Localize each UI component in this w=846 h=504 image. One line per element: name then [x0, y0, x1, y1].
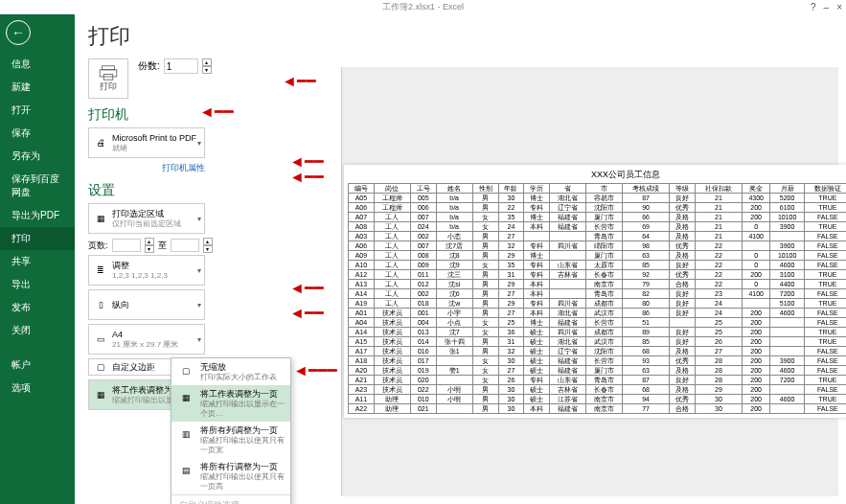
- table-row: A15技术员014张十四男31硕士湖北省武汉市85良好26200TRUE2023…: [349, 337, 847, 347]
- col-header: 月薪: [770, 184, 805, 194]
- nav-close[interactable]: 关闭: [0, 319, 75, 342]
- page-from-input[interactable]: [112, 239, 141, 252]
- nav-export-pdf[interactable]: 导出为PDF: [0, 204, 75, 227]
- print-scope-dropdown[interactable]: ▦ 打印选定区域仅打印当前选定区域 ▾: [88, 203, 205, 234]
- table-row: A21技术员020女26专科山东省青岛市87良好282007200TRUE202…: [349, 376, 847, 385]
- page-icon: ▭: [93, 332, 108, 347]
- table-row: A20技术员019赞1女27硕士福建省厦门市63及格282004600FALSE…: [349, 366, 847, 376]
- col-header: 岗位: [374, 184, 410, 194]
- scaling-menu: ▢ 无缩放打印实际大小的工作表 ▦ 将工作表调整为一页缩减打印输出以显示在一个页…: [171, 357, 291, 504]
- nav-open[interactable]: 打开: [0, 99, 75, 122]
- table-row: A11助理010小明男30硕士江苏省南京市94优秀302004600TRUE20…: [349, 395, 847, 404]
- svg-rect-1: [100, 69, 117, 76]
- table-row: A10工人009沈9女35专科山东省太原市85良好2204600FALSE202…: [349, 261, 847, 270]
- table-row: A19工人018沈w男29专科四川省成都市80良好245100TRUE2023/…: [349, 299, 847, 309]
- table-row: A08工人024b/a女24本科福建省长营市69及格2103900TRUE202…: [349, 222, 847, 232]
- table-row: A17技术员016张1男32硕士辽宁省沈阳市68及格27200FALSE2023…: [349, 347, 847, 356]
- nav-share[interactable]: 共享: [0, 250, 75, 273]
- preview-table: 编号岗位工号姓名性别年龄学历省市考核成绩等级社保扣款奖金月薪数据验证日期 A05…: [348, 183, 846, 414]
- svg-rect-0: [103, 65, 115, 69]
- printer-dropdown[interactable]: 🖨 Microsoft Print to PDF就绪 ▾: [88, 127, 205, 158]
- portrait-icon: ▯: [93, 297, 108, 312]
- nav-print[interactable]: 打印: [0, 227, 75, 250]
- fit-sheet-icon: ▦: [177, 389, 194, 406]
- nav-account[interactable]: 帐户: [0, 354, 75, 377]
- table-row: A03工人002小态男27青岛市64及格214100FALSE2023/6/2: [349, 232, 847, 241]
- table-row: A22助理021男30本科福建省南京市77合格30200FALSE2023/7/…: [349, 404, 847, 414]
- paper-size-dropdown[interactable]: ▭ A421 厘米 x 29.7 厘米 ▾: [88, 324, 205, 355]
- fit-cols-icon: ▥: [177, 425, 194, 443]
- col-header: 数据验证: [804, 184, 846, 194]
- printer-properties-link[interactable]: 打印机属性: [88, 162, 205, 174]
- fit-rows-icon: ▤: [177, 462, 194, 479]
- nav-savebaidu[interactable]: 保存到百度网盘: [0, 168, 75, 204]
- orientation-dropdown[interactable]: ▯ 纵向 ▾: [88, 289, 205, 320]
- table-row: A13工人012沈si男29本科南京市79合格2204400TRUE2023/7…: [349, 280, 847, 289]
- doc-title: 工作簿2.xlsx1 - Excel: [382, 1, 464, 13]
- table-row: A18技术员017女30硕士福建省长营市93优秀282003900FALSE20…: [349, 356, 847, 366]
- scaling-custom[interactable]: 自定义缩放选项…: [171, 494, 290, 504]
- copies-label: 份数:: [138, 59, 160, 73]
- col-header: 姓名: [436, 184, 472, 194]
- print-button[interactable]: 打印: [88, 58, 128, 99]
- print-preview: XXX公司员工信息 编号岗位工号姓名性别年龄学历省市考核成绩等级社保扣款奖金月薪…: [341, 67, 838, 496]
- sheet-title: XXX公司员工信息: [348, 169, 846, 181]
- back-button[interactable]: ←: [6, 20, 31, 45]
- page-to-input[interactable]: [171, 239, 199, 252]
- nav-save[interactable]: 保存: [0, 122, 75, 145]
- collate-dropdown[interactable]: ≣ 调整1,2,3 1,2,3 1,2,3 ▾: [88, 255, 205, 286]
- table-row: A23技术员022小明男30硕士吉林省长春市68及格29200FALSE2023…: [349, 385, 847, 395]
- nav-publish[interactable]: 发布: [0, 296, 75, 319]
- minimize-icon[interactable]: –: [824, 2, 830, 12]
- close-icon[interactable]: ×: [836, 2, 842, 12]
- col-header: 编号: [349, 184, 375, 194]
- chevron-down-icon: ▾: [197, 335, 201, 344]
- copies-input[interactable]: [164, 58, 198, 74]
- table-row: A12工人011沈三男31专科吉林省长春市92优秀222003100TRUE20…: [349, 270, 847, 280]
- col-header: 等级: [670, 184, 696, 194]
- col-header: 省: [550, 184, 586, 194]
- help-icon[interactable]: ?: [811, 2, 816, 12]
- table-row: A06工程师006b/a男22专科辽宁省沈阳市90优秀212006100TRUE…: [349, 203, 847, 213]
- chevron-down-icon: ▾: [197, 139, 201, 148]
- collate-icon: ≣: [93, 263, 108, 278]
- no-scale-icon: ▢: [177, 362, 194, 379]
- scaling-option-fit-sheet[interactable]: ▦ 将工作表调整为一页缩减打印输出以显示在一个页…: [171, 385, 290, 422]
- table-row: A14技术员013沈7女36硕士四川省成都市89良好25200TRUE2023/…: [349, 328, 847, 337]
- col-header: 年龄: [498, 184, 524, 194]
- scaling-option-fit-rows[interactable]: ▤ 将所有行调整为一页缩减打印输出以使其只有一页高: [171, 458, 290, 494]
- table-row: A07工人007b/a女35博士福建省厦门市66及格2120010100FALS…: [349, 213, 847, 222]
- nav-options[interactable]: 选项: [0, 377, 75, 400]
- printer-status-icon: 🖨: [93, 135, 108, 150]
- backstage-nav: ← 信息 新建 打开 保存 另存为 保存到百度网盘 导出为PDF 打印 共享 导…: [0, 14, 75, 504]
- pages-label: 页数:: [88, 240, 108, 252]
- col-header: 性别: [472, 184, 498, 194]
- nav-saveas[interactable]: 另存为: [0, 145, 75, 168]
- table-row: A04技术员004小点女25博士福建省长营市5125200FALSE2023/7…: [349, 318, 847, 328]
- col-header: 市: [586, 184, 623, 194]
- col-header: 工号: [410, 184, 436, 194]
- nav-info[interactable]: 信息: [0, 53, 75, 76]
- col-header: 考核成绩: [623, 184, 670, 194]
- chevron-down-icon: ▾: [197, 215, 201, 223]
- nav-export[interactable]: 导出: [0, 273, 75, 296]
- col-header: 社保扣款: [696, 184, 743, 194]
- page-title: 打印: [88, 22, 833, 51]
- col-header: 奖金: [743, 184, 770, 194]
- sheet-icon: ▦: [93, 211, 108, 226]
- scaling-option-none[interactable]: ▢ 无缩放打印实际大小的工作表: [171, 358, 290, 385]
- table-row: A09工人008沈8男29博士厦门市63及格22010100FALSE2023/…: [349, 251, 847, 261]
- col-header: 学历: [524, 184, 550, 194]
- chevron-down-icon: ▾: [197, 301, 201, 309]
- table-row: A01技术员001小宇男27本科湖北省武汉市86良好242004600FALSE…: [349, 309, 847, 318]
- chevron-down-icon: ▾: [197, 266, 201, 275]
- copies-spinner[interactable]: ▴▾: [202, 58, 212, 74]
- nav-new[interactable]: 新建: [0, 76, 75, 99]
- printer-icon: [99, 65, 118, 80]
- scaling-option-fit-cols[interactable]: ▥ 将所有列调整为一页缩减打印输出以使其只有一页宽: [171, 422, 290, 458]
- table-row: A14工人002沈6男27本科青岛市82良好2341007200FALSE202…: [349, 289, 847, 299]
- table-row: A05工程师005b/a男30博士湖北省容易市87良好2143005200TRU…: [349, 194, 847, 203]
- fit-icon: ▦: [93, 387, 108, 402]
- margins-icon: ▢: [93, 359, 108, 375]
- table-row: A06工人007沈7店男32专科四川省绵阳市98优秀223900FALSE707…: [349, 241, 847, 251]
